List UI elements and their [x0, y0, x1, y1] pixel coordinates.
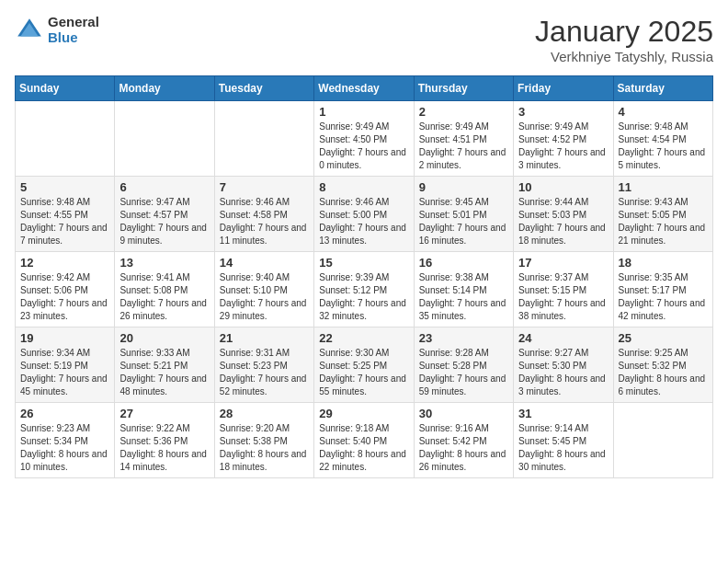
calendar-day-cell: 17Sunrise: 9:37 AM Sunset: 5:15 PM Dayli… [514, 252, 613, 327]
day-info: Sunrise: 9:40 AM Sunset: 5:10 PM Dayligh… [220, 271, 309, 323]
day-number: 2 [419, 105, 508, 119]
day-info: Sunrise: 9:22 AM Sunset: 5:36 PM Dayligh… [119, 422, 209, 474]
calendar-day-cell: 1Sunrise: 9:49 AM Sunset: 4:50 PM Daylig… [314, 101, 414, 177]
calendar-day-cell: 26Sunrise: 9:23 AM Sunset: 5:34 PM Dayli… [16, 403, 115, 478]
day-info: Sunrise: 9:28 AM Sunset: 5:28 PM Dayligh… [419, 347, 508, 398]
month-title: January 2025 [535, 15, 713, 49]
logo-icon [15, 16, 44, 45]
day-info: Sunrise: 9:27 AM Sunset: 5:30 PM Dayligh… [518, 347, 608, 398]
calendar-day-cell: 15Sunrise: 9:39 AM Sunset: 5:12 PM Dayli… [314, 252, 414, 327]
calendar-week-row: 26Sunrise: 9:23 AM Sunset: 5:34 PM Dayli… [16, 403, 713, 478]
day-info: Sunrise: 9:47 AM Sunset: 4:57 PM Dayligh… [119, 196, 209, 247]
calendar-day-cell: 11Sunrise: 9:43 AM Sunset: 5:05 PM Dayli… [613, 177, 712, 252]
day-number: 22 [319, 331, 408, 345]
day-number: 3 [518, 105, 608, 119]
day-of-week-header: Monday [115, 76, 214, 101]
day-info: Sunrise: 9:20 AM Sunset: 5:38 PM Dayligh… [220, 422, 309, 474]
day-number: 13 [119, 256, 209, 270]
day-of-week-header: Tuesday [214, 76, 313, 101]
logo: General Blue [15, 15, 99, 45]
calendar-day-cell: 18Sunrise: 9:35 AM Sunset: 5:17 PM Dayli… [613, 252, 712, 327]
calendar-day-cell: 23Sunrise: 9:28 AM Sunset: 5:28 PM Dayli… [414, 327, 513, 403]
calendar-week-row: 19Sunrise: 9:34 AM Sunset: 5:19 PM Dayli… [16, 327, 713, 403]
calendar-week-row: 5Sunrise: 9:48 AM Sunset: 4:55 PM Daylig… [16, 177, 713, 252]
calendar-day-cell [115, 101, 214, 177]
calendar-week-row: 12Sunrise: 9:42 AM Sunset: 5:06 PM Dayli… [16, 252, 713, 327]
calendar-day-cell: 13Sunrise: 9:41 AM Sunset: 5:08 PM Dayli… [115, 252, 214, 327]
day-info: Sunrise: 9:16 AM Sunset: 5:42 PM Dayligh… [419, 422, 508, 474]
day-info: Sunrise: 9:42 AM Sunset: 5:06 PM Dayligh… [20, 271, 109, 323]
day-number: 11 [619, 180, 708, 194]
calendar-day-cell: 14Sunrise: 9:40 AM Sunset: 5:10 PM Dayli… [214, 252, 313, 327]
day-number: 14 [220, 256, 309, 270]
calendar-day-cell: 19Sunrise: 9:34 AM Sunset: 5:19 PM Dayli… [16, 327, 115, 403]
day-number: 7 [220, 180, 309, 194]
calendar-day-cell: 31Sunrise: 9:14 AM Sunset: 5:45 PM Dayli… [514, 403, 613, 478]
day-number: 23 [419, 331, 508, 345]
day-number: 29 [319, 407, 408, 420]
calendar-day-cell: 25Sunrise: 9:25 AM Sunset: 5:32 PM Dayli… [613, 327, 712, 403]
day-info: Sunrise: 9:39 AM Sunset: 5:12 PM Dayligh… [319, 271, 408, 323]
day-info: Sunrise: 9:35 AM Sunset: 5:17 PM Dayligh… [619, 271, 708, 323]
calendar-day-cell: 29Sunrise: 9:18 AM Sunset: 5:40 PM Dayli… [314, 403, 414, 478]
day-number: 26 [20, 407, 109, 420]
day-info: Sunrise: 9:34 AM Sunset: 5:19 PM Dayligh… [20, 347, 109, 398]
day-info: Sunrise: 9:44 AM Sunset: 5:03 PM Dayligh… [518, 196, 608, 247]
day-info: Sunrise: 9:14 AM Sunset: 5:45 PM Dayligh… [518, 422, 608, 474]
day-info: Sunrise: 9:25 AM Sunset: 5:32 PM Dayligh… [619, 347, 708, 398]
calendar-day-cell: 9Sunrise: 9:45 AM Sunset: 5:01 PM Daylig… [414, 177, 513, 252]
calendar-day-cell: 12Sunrise: 9:42 AM Sunset: 5:06 PM Dayli… [16, 252, 115, 327]
logo-blue: Blue [48, 30, 99, 46]
day-info: Sunrise: 9:49 AM Sunset: 4:51 PM Dayligh… [419, 121, 508, 172]
title-block: January 2025 Verkhniye Tatyshly, Russia [535, 15, 713, 64]
logo-general: General [48, 15, 99, 30]
day-info: Sunrise: 9:23 AM Sunset: 5:34 PM Dayligh… [20, 422, 109, 474]
day-info: Sunrise: 9:49 AM Sunset: 4:50 PM Dayligh… [319, 121, 408, 172]
day-of-week-header: Sunday [16, 76, 115, 101]
day-info: Sunrise: 9:46 AM Sunset: 5:00 PM Dayligh… [319, 196, 408, 247]
calendar-day-cell: 8Sunrise: 9:46 AM Sunset: 5:00 PM Daylig… [314, 177, 414, 252]
page-header: General Blue January 2025 Verkhniye Taty… [15, 15, 713, 64]
day-number: 18 [619, 256, 708, 270]
calendar-day-cell: 10Sunrise: 9:44 AM Sunset: 5:03 PM Dayli… [514, 177, 613, 252]
calendar-day-cell: 3Sunrise: 9:49 AM Sunset: 4:52 PM Daylig… [514, 101, 613, 177]
calendar-header-row: SundayMondayTuesdayWednesdayThursdayFrid… [16, 76, 713, 101]
day-info: Sunrise: 9:48 AM Sunset: 4:54 PM Dayligh… [619, 121, 708, 172]
day-of-week-header: Wednesday [314, 76, 414, 101]
day-number: 5 [20, 180, 109, 194]
calendar-week-row: 1Sunrise: 9:49 AM Sunset: 4:50 PM Daylig… [16, 101, 713, 177]
calendar: SundayMondayTuesdayWednesdayThursdayFrid… [15, 75, 713, 478]
day-number: 9 [419, 180, 508, 194]
day-info: Sunrise: 9:45 AM Sunset: 5:01 PM Dayligh… [419, 196, 508, 247]
day-number: 4 [619, 105, 708, 119]
calendar-day-cell: 30Sunrise: 9:16 AM Sunset: 5:42 PM Dayli… [414, 403, 513, 478]
day-number: 25 [619, 331, 708, 345]
calendar-day-cell [16, 101, 115, 177]
calendar-day-cell: 2Sunrise: 9:49 AM Sunset: 4:51 PM Daylig… [414, 101, 513, 177]
calendar-day-cell: 6Sunrise: 9:47 AM Sunset: 4:57 PM Daylig… [115, 177, 214, 252]
day-info: Sunrise: 9:38 AM Sunset: 5:14 PM Dayligh… [419, 271, 508, 323]
day-number: 6 [119, 180, 209, 194]
calendar-day-cell: 24Sunrise: 9:27 AM Sunset: 5:30 PM Dayli… [514, 327, 613, 403]
calendar-day-cell: 5Sunrise: 9:48 AM Sunset: 4:55 PM Daylig… [16, 177, 115, 252]
day-of-week-header: Thursday [414, 76, 513, 101]
day-info: Sunrise: 9:31 AM Sunset: 5:23 PM Dayligh… [220, 347, 309, 398]
day-number: 20 [119, 331, 209, 345]
calendar-day-cell [214, 101, 313, 177]
day-number: 21 [220, 331, 309, 345]
day-info: Sunrise: 9:33 AM Sunset: 5:21 PM Dayligh… [119, 347, 209, 398]
day-number: 24 [518, 331, 608, 345]
calendar-day-cell: 7Sunrise: 9:46 AM Sunset: 4:58 PM Daylig… [214, 177, 313, 252]
calendar-day-cell [613, 403, 712, 478]
day-number: 8 [319, 180, 408, 194]
day-number: 12 [20, 256, 109, 270]
logo-text: General Blue [48, 15, 99, 45]
location-title: Verkhniye Tatyshly, Russia [535, 49, 713, 64]
calendar-day-cell: 21Sunrise: 9:31 AM Sunset: 5:23 PM Dayli… [214, 327, 313, 403]
calendar-day-cell: 4Sunrise: 9:48 AM Sunset: 4:54 PM Daylig… [613, 101, 712, 177]
day-number: 15 [319, 256, 408, 270]
day-info: Sunrise: 9:37 AM Sunset: 5:15 PM Dayligh… [518, 271, 608, 323]
calendar-day-cell: 27Sunrise: 9:22 AM Sunset: 5:36 PM Dayli… [115, 403, 214, 478]
day-number: 28 [220, 407, 309, 420]
day-number: 27 [119, 407, 209, 420]
